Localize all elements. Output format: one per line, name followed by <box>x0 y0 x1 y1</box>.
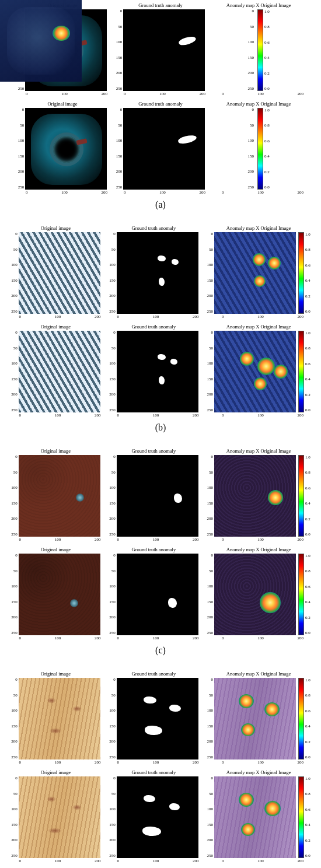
figure-row: Original image 050100150200250 0100200 G… <box>6 769 315 863</box>
panel-original: Original image 050100150200250 0100200 <box>11 324 100 418</box>
image-original <box>19 331 100 412</box>
subfigure-caption: (a) <box>6 200 315 210</box>
image-gt <box>123 9 205 91</box>
panel-ground-truth: Ground truth anomaly 050100150200250 010… <box>109 547 198 640</box>
panel-title: Ground truth anomaly <box>138 101 183 107</box>
panel-ground-truth: Ground truth anomaly 050100150200250 010… <box>109 671 198 765</box>
panel-anomaly-map: Anomaly map X Original Image 05010015020… <box>207 225 310 319</box>
figure-row: Original image 050100150200250 0100200 G… <box>6 324 315 418</box>
image-anomaly <box>0 0 82 82</box>
panel-anomaly-map: Anomaly map X Original Image 05010015020… <box>207 769 310 863</box>
image-original <box>25 108 107 190</box>
figure-group-a: Original image 0 50 100 150 200 250 0 10… <box>0 0 321 223</box>
figure-row: Original image 050100150200250 0100200 G… <box>6 225 315 319</box>
image-original <box>19 678 100 760</box>
colorbar <box>298 455 304 537</box>
image-gt <box>123 108 205 190</box>
panel-anomaly-map: Anomaly map X Original Image 05010015020… <box>207 547 310 640</box>
colorbar <box>298 678 304 760</box>
image-gt <box>117 331 198 412</box>
figure-group-c: Original image 050100150200250 0100200 G… <box>0 446 321 668</box>
figure-group-b: Original image 050100150200250 0100200 G… <box>0 223 321 446</box>
panel-original: Original image 050100150200250 0100200 <box>11 225 100 319</box>
panel-anomaly-map: Anomaly map X Original Image 05010015020… <box>214 2 303 96</box>
colorbar <box>298 331 304 412</box>
image-gt <box>117 554 198 635</box>
image-gt <box>117 776 198 858</box>
panel-original: Original image 050100150200250 0100200 <box>11 769 100 863</box>
image-gt <box>117 455 198 537</box>
panel-anomaly-map: Anomaly map X Original Image 05010015020… <box>207 448 310 542</box>
image-original <box>19 554 100 635</box>
panel-original: Original image 050100150200250 0100200 <box>18 101 107 195</box>
x-axis: 0100200 <box>222 92 303 96</box>
x-axis: 0 100 200 <box>26 92 107 96</box>
panel-title: Anomaly map X Original Image <box>226 101 291 107</box>
image-original <box>19 776 100 858</box>
image-anomaly <box>214 455 296 537</box>
figure-row: Original image 050100150200250 0100200 G… <box>6 671 315 765</box>
y-axis: 050100150200250 <box>116 9 123 91</box>
panel-anomaly-map: Anomaly map X Original Image 05010015020… <box>207 671 310 765</box>
image-original <box>19 232 100 314</box>
panel-ground-truth: Ground truth anomaly 050100150200250 010… <box>109 324 198 418</box>
figure-row: Original image 050100150200250 0100200 G… <box>6 101 315 195</box>
panel-ground-truth: Ground truth anomaly 050100150200250 010… <box>109 225 198 319</box>
image-anomaly <box>214 678 296 760</box>
panel-original: Original image 050100150200250 0100200 <box>11 448 100 542</box>
panel-title: Original image <box>47 101 77 107</box>
y-axis: 050100150200250 <box>247 9 254 91</box>
panel-title: Anomaly map X Original Image <box>226 2 291 8</box>
image-anomaly <box>214 232 296 314</box>
colorbar <box>298 232 304 314</box>
panel-ground-truth: Ground truth anomaly 050100150200250 010… <box>109 769 198 863</box>
colorbar <box>257 108 263 190</box>
panel-title: Ground truth anomaly <box>138 2 183 8</box>
colorbar <box>298 776 304 858</box>
panel-original: Original image 050100150200250 0100200 <box>11 671 100 765</box>
plot: 050100150200250 1.00.80.60.40.20.0 <box>247 9 269 91</box>
image-gt <box>117 678 198 760</box>
subfigure-caption: (c) <box>6 645 315 656</box>
panel-anomaly-map: Anomaly map X Original Image 05010015020… <box>207 324 310 418</box>
x-axis: 0100200 <box>124 92 205 96</box>
figure-group-d: Original image 050100150200250 0100200 G… <box>0 668 321 868</box>
image-original <box>19 455 100 537</box>
panel-original: Original image 050100150200250 0100200 <box>11 547 100 640</box>
image-anomaly <box>214 554 296 635</box>
panel-ground-truth: Ground truth anomaly 050100150200250 010… <box>116 101 205 195</box>
image-gt <box>117 232 198 314</box>
figure-row: Original image 050100150200250 0100200 G… <box>6 547 315 640</box>
figure-row: Original image 050100150200250 0100200 G… <box>6 448 315 542</box>
subfigure-caption: (b) <box>6 422 315 433</box>
image-anomaly <box>214 776 296 858</box>
colorbar <box>298 554 304 635</box>
panel-anomaly-map: Anomaly map X Original Image 05010015020… <box>214 101 303 195</box>
plot: 050100150200250 <box>116 9 205 91</box>
panel-ground-truth: Ground truth anomaly 050100150200250 010… <box>116 2 205 96</box>
panel-ground-truth: Ground truth anomaly 050100150200250 010… <box>109 448 198 542</box>
image-anomaly <box>214 331 296 412</box>
colorbar-ticks: 1.00.80.60.40.20.0 <box>264 9 270 91</box>
colorbar <box>257 9 263 91</box>
